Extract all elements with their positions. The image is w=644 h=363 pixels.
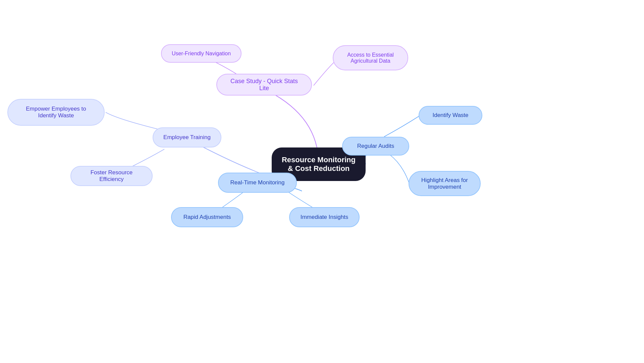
access-data-label: Access to Essential Agricultural Data bbox=[341, 52, 399, 64]
case-study-label: Case Study - Quick Stats Lite bbox=[225, 78, 303, 92]
highlight-label: Highlight Areas for Improvement bbox=[417, 177, 472, 190]
empower-label: Empower Employees to Identify Waste bbox=[16, 106, 96, 119]
immediate-node[interactable]: Immediate Insights bbox=[289, 207, 360, 227]
immediate-label: Immediate Insights bbox=[301, 214, 348, 221]
rapid-node[interactable]: Rapid Adjustments bbox=[171, 207, 243, 227]
identify-waste-label: Identify Waste bbox=[432, 112, 468, 119]
case-study-node[interactable]: Case Study - Quick Stats Lite bbox=[216, 74, 312, 96]
employee-training-node[interactable]: Employee Training bbox=[153, 127, 221, 147]
identify-waste-node[interactable]: Identify Waste bbox=[419, 106, 482, 125]
mindmap-container: Resource Monitoring & Cost Reduction Cas… bbox=[0, 0, 644, 363]
foster-label: Foster Resource Efficiency bbox=[79, 169, 144, 183]
real-time-label: Real-Time Monitoring bbox=[230, 179, 285, 186]
foster-node[interactable]: Foster Resource Efficiency bbox=[70, 166, 153, 186]
rapid-label: Rapid Adjustments bbox=[183, 214, 231, 221]
center-label: Resource Monitoring & Cost Reduction bbox=[280, 156, 358, 173]
real-time-node[interactable]: Real-Time Monitoring bbox=[218, 173, 297, 193]
empower-node[interactable]: Empower Employees to Identify Waste bbox=[7, 99, 105, 126]
highlight-node[interactable]: Highlight Areas for Improvement bbox=[409, 171, 481, 196]
regular-audits-label: Regular Audits bbox=[357, 143, 394, 149]
access-data-node[interactable]: Access to Essential Agricultural Data bbox=[333, 45, 408, 70]
regular-audits-node[interactable]: Regular Audits bbox=[342, 137, 409, 156]
employee-training-label: Employee Training bbox=[163, 134, 211, 141]
user-friendly-node[interactable]: User-Friendly Navigation bbox=[161, 44, 241, 63]
user-friendly-label: User-Friendly Navigation bbox=[172, 51, 231, 57]
